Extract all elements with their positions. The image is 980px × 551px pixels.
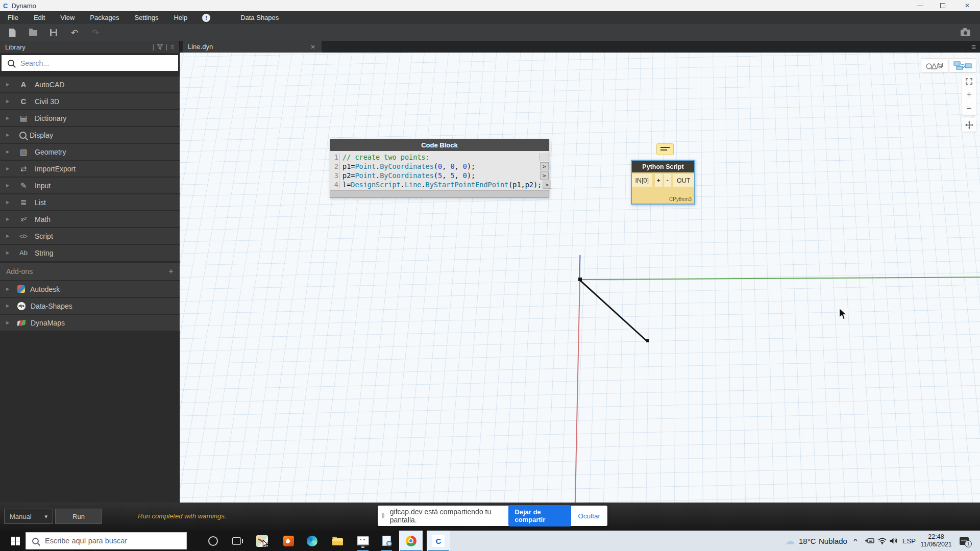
library-item-datashapes[interactable]: ▶d|sData-Shapes <box>0 298 180 314</box>
library-item-input[interactable]: ▶✎Input <box>0 178 180 193</box>
output-port[interactable]: > <box>540 171 549 180</box>
menu-packages[interactable]: Packages <box>82 11 127 24</box>
python-node-title[interactable]: Python Script <box>632 161 694 172</box>
output-port-out[interactable]: OUT <box>673 174 694 187</box>
library-item-script[interactable]: ▶</>Script <box>0 228 180 244</box>
zoom-out-button[interactable]: − <box>962 104 976 113</box>
hidden-icons-chevron[interactable]: ^ <box>853 533 857 549</box>
weather-temperature[interactable]: 18°C <box>799 531 816 551</box>
menu-view[interactable]: View <box>53 11 82 24</box>
save-button[interactable] <box>47 27 60 38</box>
add-package-button[interactable]: + <box>168 266 174 277</box>
drag-handle-icon[interactable]: ‖ <box>382 512 385 520</box>
output-port[interactable]: > <box>543 181 551 189</box>
graph-canvas[interactable]: Code Block 1// create two points:2p1=Poi… <box>180 53 980 503</box>
power-status-icon[interactable] <box>865 531 874 551</box>
weather-cloud-icon[interactable]: ☁ <box>785 531 795 551</box>
zoom-in-button[interactable]: + <box>962 90 976 98</box>
expand-arrow-icon[interactable]: ▶ <box>6 82 17 87</box>
taskbar-app-remote[interactable] <box>250 531 274 551</box>
library-item-geometry[interactable]: ▶▧Geometry <box>0 144 180 160</box>
pan-button[interactable] <box>962 118 976 132</box>
library-item-math[interactable]: ▶x²Math <box>0 211 180 227</box>
redo-button[interactable]: ↷ <box>89 27 102 38</box>
expand-arrow-icon[interactable]: ▶ <box>6 166 17 171</box>
stop-sharing-button[interactable]: Dejar de compartir <box>508 505 572 527</box>
task-view-button[interactable] <box>225 531 248 551</box>
menu-data-shapes[interactable]: Data Shapes <box>233 11 286 24</box>
weather-condition[interactable]: Nublado <box>819 531 847 551</box>
taskbar-app-chrome[interactable] <box>399 531 423 551</box>
volume-icon[interactable] <box>889 531 898 551</box>
taskbar-app-office[interactable] <box>277 531 300 551</box>
expand-arrow-icon[interactable]: ▶ <box>6 320 17 325</box>
cortana-button[interactable] <box>201 531 225 551</box>
expand-arrow-icon[interactable]: ▶ <box>6 133 17 137</box>
undo-button[interactable]: ↶ <box>68 27 81 38</box>
library-menu-icon[interactable]: ≡ <box>170 43 174 51</box>
expand-arrow-icon[interactable]: ▶ <box>6 99 17 104</box>
expand-arrow-icon[interactable]: ▶ <box>6 251 17 255</box>
add-input-button[interactable]: + <box>655 174 663 187</box>
library-item-civil3d[interactable]: ▶CCivil 3D <box>0 93 180 109</box>
open-file-button[interactable] <box>27 27 40 38</box>
tab-overflow-menu-icon[interactable]: ≡ <box>971 41 976 53</box>
library-item-importexport[interactable]: ▶⇄ImportExport <box>0 161 180 177</box>
run-mode-select[interactable]: Manual ▾ <box>4 509 53 524</box>
tab-line-dyn[interactable]: Line.dyn ✕ <box>183 41 322 53</box>
graph-view-toggle[interactable] <box>949 58 976 72</box>
minimize-button[interactable]: — <box>912 0 929 11</box>
notifications-warning-icon[interactable]: ! <box>202 14 210 22</box>
language-indicator[interactable]: ESP <box>902 531 916 551</box>
python-script-node[interactable]: Python Script IN[0] + - OUT CPython3 <box>631 160 695 205</box>
input-port-in0[interactable]: IN[0] <box>632 174 652 187</box>
search-input[interactable] <box>19 59 178 68</box>
menu-help[interactable]: Help <box>166 11 195 24</box>
taskbar-app-civil3d[interactable]: C <box>427 531 450 551</box>
library-item-string[interactable]: ▶AbString <box>0 245 180 261</box>
new-file-button[interactable] <box>6 27 19 38</box>
expand-arrow-icon[interactable]: ▶ <box>6 234 17 238</box>
export-image-button[interactable] <box>959 27 972 38</box>
expand-arrow-icon[interactable]: ▶ <box>6 116 17 120</box>
close-button[interactable]: ✕ <box>959 0 976 11</box>
library-item-list[interactable]: ▶≣List <box>0 194 180 210</box>
menu-edit[interactable]: Edit <box>26 11 53 24</box>
filter-icon[interactable] <box>157 44 163 50</box>
restore-button[interactable] <box>934 0 951 11</box>
library-item-dictionary[interactable]: ▶▤Dictionary <box>0 110 180 126</box>
clock[interactable]: 22:48 11/06/2021 <box>921 531 951 551</box>
expand-arrow-icon[interactable]: ▶ <box>6 287 17 291</box>
warning-bubble-icon[interactable] <box>656 143 674 155</box>
library-item-dynamaps[interactable]: ▶DynaMaps <box>0 315 180 331</box>
taskbar-app-screenshare[interactable] <box>351 531 375 551</box>
wifi-icon[interactable] <box>878 531 887 551</box>
menu-settings[interactable]: Settings <box>127 11 166 24</box>
expand-arrow-icon[interactable]: ▶ <box>6 200 17 205</box>
taskbar-search[interactable] <box>26 532 187 549</box>
code-block-body[interactable]: 1// create two points:2p1=Point.ByCoordi… <box>330 151 549 190</box>
menu-file[interactable]: File <box>0 11 26 24</box>
code-block-title[interactable]: Code Block <box>330 139 549 151</box>
expand-arrow-icon[interactable]: ▶ <box>6 183 17 188</box>
fit-view-icon[interactable] <box>966 78 972 85</box>
library-item-autocad[interactable]: ▶AAutoCAD <box>0 77 180 92</box>
output-port[interactable]: > <box>540 162 549 170</box>
taskbar-app-edge[interactable] <box>300 531 324 551</box>
run-button[interactable]: Run <box>55 509 102 524</box>
start-button[interactable] <box>5 531 26 551</box>
notification-center-button[interactable]: 1 <box>960 531 969 551</box>
tab-close-icon[interactable]: ✕ <box>310 43 315 51</box>
taskbar-app-explorer[interactable] <box>326 531 349 551</box>
library-item-autodesk[interactable]: ▶Autodesk <box>0 281 180 297</box>
hide-button[interactable]: Ocultar <box>578 512 600 520</box>
taskbar-app-docviewer[interactable] <box>375 531 398 551</box>
expand-arrow-icon[interactable]: ▶ <box>6 304 17 308</box>
code-block-node[interactable]: Code Block 1// create two points:2p1=Poi… <box>330 139 549 198</box>
remove-input-button[interactable]: - <box>664 174 672 187</box>
library-search[interactable] <box>2 55 178 71</box>
taskbar-search-input[interactable] <box>44 536 186 545</box>
expand-arrow-icon[interactable]: ▶ <box>6 217 17 221</box>
library-item-display[interactable]: ▶Display <box>0 127 180 143</box>
expand-arrow-icon[interactable]: ▶ <box>6 149 17 154</box>
